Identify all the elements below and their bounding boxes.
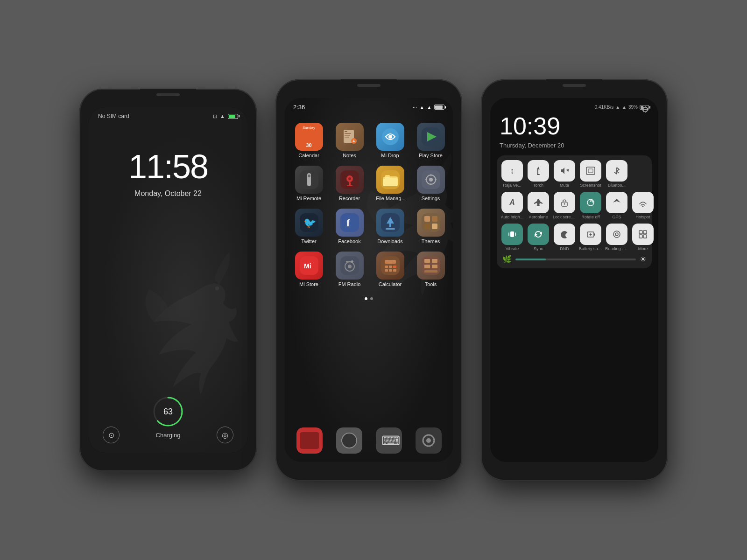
app-label-twitter: Twitter: [291, 238, 326, 244]
app-item-playstore[interactable]: Play Store: [411, 120, 450, 161]
app-item-facebook[interactable]: f Facebook: [330, 206, 369, 247]
qs-tile-lockscreen[interactable]: Lock scree...: [553, 192, 576, 220]
qs-date: Thursday, December 20: [500, 142, 564, 149]
app-item-themes[interactable]: Themes: [411, 206, 450, 247]
qs-time: 10:39: [490, 107, 658, 142]
app-item-fmradio[interactable]: FM Radio: [330, 249, 369, 290]
svg-rect-52: [385, 260, 396, 264]
qs-tile-readingmode[interactable]: Reading m...: [605, 224, 628, 252]
svg-point-68: [342, 433, 357, 448]
app-label-downloads: Downloads: [373, 238, 408, 244]
qs-tile-gps[interactable]: GPS: [605, 192, 628, 220]
svg-rect-42: [424, 224, 430, 229]
qs-tile-screenshot[interactable]: Screenshot: [579, 160, 602, 188]
dot-1: [365, 297, 367, 300]
svg-rect-43: [432, 224, 437, 229]
app-item-mistore[interactable]: Mi Mi Store: [289, 249, 328, 290]
app-item-downloads[interactable]: Downloads: [371, 206, 409, 247]
app-item-recorder[interactable]: Recorder: [330, 163, 369, 204]
app-label-themes: Themes: [413, 238, 448, 244]
battery-fill-home: [435, 105, 443, 109]
fmradio-icon: [336, 252, 364, 280]
svg-rect-56: [385, 269, 388, 272]
autobrightness-icon: A: [501, 192, 523, 213]
screen-1: No SIM card ⊡ ▲ 11:58 Monday, October 22: [89, 107, 247, 453]
app-item-midrop[interactable]: Mi Drop: [371, 120, 409, 161]
hotspot-label: Hotspot: [631, 215, 655, 220]
qs-tile-batterysaver[interactable]: Battery sav...: [579, 224, 602, 252]
app-item-twitter[interactable]: 🐦 Twitter: [289, 206, 328, 247]
app-item-filemanager[interactable]: File Manag..: [371, 163, 409, 204]
app-label-midrop: Mi Drop: [373, 153, 408, 158]
dock-icon-4[interactable]: [416, 427, 442, 454]
svg-rect-39: [422, 213, 440, 232]
svg-rect-38: [386, 228, 395, 230]
filemanager-icon: [376, 166, 404, 194]
qs-tile-rotateoff[interactable]: Rotate off: [579, 192, 602, 220]
qs-tile-rajavee[interactable]: ↕ Raja Ve...: [500, 160, 524, 188]
sync-label: Sync: [527, 246, 550, 252]
svg-point-48: [348, 265, 352, 268]
svg-point-12: [388, 135, 392, 139]
svg-rect-29: [425, 179, 427, 180]
aeroplane-label: Aeroplane: [527, 215, 550, 220]
dock-icon-1[interactable]: [296, 427, 323, 454]
qs-tile-mute[interactable]: Mute: [553, 160, 576, 188]
page-dots: [285, 297, 453, 300]
app-label-calculator: Calculator: [373, 281, 408, 287]
app-item-calculator[interactable]: Calculator: [371, 249, 409, 290]
app-item-miremote[interactable]: Mi Remote: [289, 163, 328, 204]
qs-tile-hotspot[interactable]: Hotspot: [631, 192, 655, 220]
mute-icon: [554, 160, 575, 182]
battery-fill: [229, 115, 235, 118]
app-item-tools[interactable]: Tools: [411, 249, 450, 290]
svg-text:🐦: 🐦: [303, 217, 317, 229]
svg-point-80: [564, 203, 565, 204]
qs-tile-bluetooth[interactable]: Bluetoo...: [605, 160, 628, 188]
screenshot-qs-icon: [580, 160, 601, 182]
svg-rect-28: [430, 183, 431, 185]
svg-rect-8: [345, 137, 349, 138]
qs-tile-more[interactable]: More: [631, 224, 655, 252]
brightness-slider-row: 🌿 ☀: [500, 255, 648, 264]
lock-status-bar: No SIM card ⊡ ▲: [89, 107, 247, 119]
brightness-bar[interactable]: [515, 259, 636, 260]
svg-text:f: f: [346, 217, 350, 229]
qs-tile-sync[interactable]: Sync: [527, 224, 550, 252]
lockscreen-label: Lock scree...: [553, 215, 576, 220]
readingmode-label: Reading m...: [605, 246, 628, 252]
readingmode-icon: [606, 224, 627, 245]
app-label-facebook: Facebook: [332, 238, 367, 244]
rotateoff-label: Rotate off: [579, 215, 602, 220]
brightness-fill: [515, 259, 546, 260]
calendar-icon: 30 Sunday: [295, 123, 323, 151]
svg-point-88: [613, 231, 620, 238]
autobrightness-label: Auto brigh...: [500, 215, 524, 220]
qs-tile-empty1: [631, 160, 653, 188]
qs-tile-torch[interactable]: Torch: [527, 160, 550, 188]
qs-tile-aeroplane[interactable]: Aeroplane: [527, 192, 550, 220]
svg-rect-53: [385, 266, 388, 268]
qs-row-2: A Auto brigh... Aeroplane Lock scree..: [500, 192, 648, 220]
app-item-settings[interactable]: Settings: [411, 163, 450, 204]
svg-rect-58: [393, 269, 396, 272]
app-item-calendar[interactable]: 30 Sunday Calendar: [289, 120, 328, 161]
svg-rect-62: [424, 265, 430, 268]
app-label-recorder: Recorder: [332, 196, 367, 201]
dock-icon-2[interactable]: [336, 427, 362, 454]
screenshot-label: Screenshot: [579, 183, 602, 188]
facebook-icon: f: [336, 209, 364, 237]
qs-tile-dnd[interactable]: DND: [553, 224, 576, 252]
svg-rect-30: [435, 179, 437, 180]
svg-point-89: [615, 233, 618, 236]
qs-tile-vibrate[interactable]: Vibrate: [500, 224, 524, 252]
dock-icon-3[interactable]: ⌨: [376, 427, 402, 454]
dock-row: ⌨: [289, 427, 448, 454]
svg-point-73: [426, 438, 431, 443]
svg-rect-55: [393, 266, 396, 268]
app-item-notes[interactable]: + Notes: [330, 120, 369, 161]
gps-label: GPS: [605, 215, 628, 220]
svg-rect-41: [432, 216, 437, 222]
svg-rect-77: [586, 167, 595, 175]
qs-tile-autobrightness[interactable]: A Auto brigh...: [500, 192, 524, 220]
